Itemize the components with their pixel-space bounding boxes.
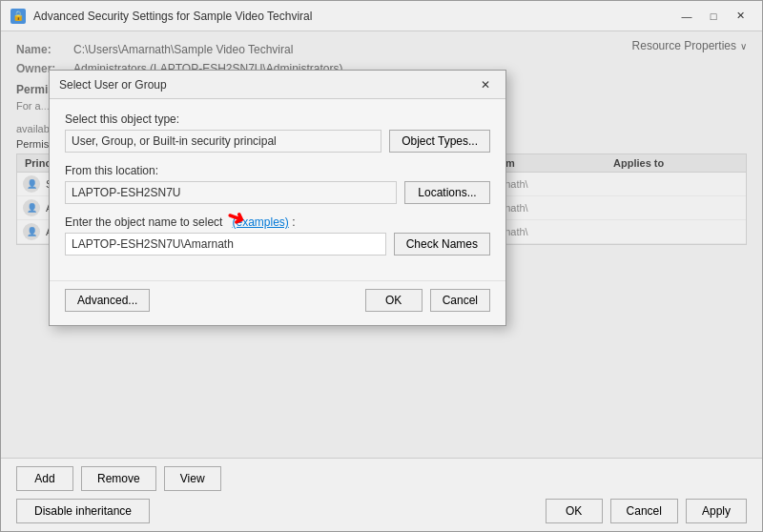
location-section: From this location: LAPTOP-ESH2SN7U Loca… <box>65 164 490 204</box>
main-window: 🔒 Advanced Security Settings for Sample … <box>0 0 763 532</box>
title-bar-controls: — □ ✕ <box>674 7 753 26</box>
advanced-button[interactable]: Advanced... <box>65 289 150 312</box>
window-icon: 🔒 <box>10 9 26 24</box>
select-user-dialog: Select User or Group ✕ Select this objec… <box>49 70 506 326</box>
minimize-button[interactable]: — <box>674 7 699 26</box>
dialog-overlay: Select User or Group ✕ Select this objec… <box>1 31 762 458</box>
object-name-input[interactable] <box>65 233 386 256</box>
object-types-button[interactable]: Object Types... <box>389 130 490 153</box>
dialog-close-button[interactable]: ✕ <box>475 76 496 93</box>
disable-inheritance-button[interactable]: Disable inheritance <box>16 499 150 523</box>
object-type-section: Select this object type: User, Group, or… <box>65 113 490 153</box>
main-action-buttons: Add Remove View <box>16 466 747 491</box>
dialog-title: Select User or Group <box>59 78 167 92</box>
dialog-cancel-button[interactable]: Cancel <box>430 289 490 312</box>
enter-name-row: Check Names ➜ <box>65 233 490 256</box>
dialog-title-bar: Select User or Group ✕ <box>50 71 505 99</box>
location-label: From this location: <box>65 164 490 177</box>
maximize-button[interactable]: □ <box>701 7 726 26</box>
object-type-row: User, Group, or Built-in security princi… <box>65 130 490 153</box>
object-type-label: Select this object type: <box>65 113 490 126</box>
close-button[interactable]: ✕ <box>728 7 753 26</box>
dialog-body: Select this object type: User, Group, or… <box>50 99 505 280</box>
location-row: LAPTOP-ESH2SN7U Locations... <box>65 181 490 204</box>
window-title: Advanced Security Settings for Sample Vi… <box>33 10 312 23</box>
title-bar: 🔒 Advanced Security Settings for Sample … <box>1 1 762 31</box>
view-button[interactable]: View <box>164 466 221 491</box>
check-names-button[interactable]: Check Names <box>394 233 490 256</box>
footer-row: Disable inheritance OK Cancel Apply <box>16 499 747 523</box>
enter-name-section: Enter the object name to select (example… <box>65 215 490 256</box>
locations-button[interactable]: Locations... <box>404 181 490 204</box>
ok-button[interactable]: OK <box>546 499 603 523</box>
content-area: Resource Properties ∨ Name: C:\Users\Ama… <box>1 31 762 458</box>
title-bar-left: 🔒 Advanced Security Settings for Sample … <box>10 9 312 24</box>
cancel-button[interactable]: Cancel <box>610 499 678 523</box>
object-type-value: User, Group, or Built-in security princi… <box>65 130 382 153</box>
add-button[interactable]: Add <box>16 466 73 491</box>
enter-name-label: Enter the object name to select (example… <box>65 215 490 229</box>
location-value: LAPTOP-ESH2SN7U <box>65 181 397 204</box>
main-footer-buttons: OK Cancel Apply <box>546 499 747 523</box>
dialog-footer: Advanced... OK Cancel <box>50 280 505 325</box>
dialog-ok-button[interactable]: OK <box>365 289 423 312</box>
dialog-footer-right: OK Cancel <box>365 289 490 312</box>
remove-button[interactable]: Remove <box>81 466 156 491</box>
apply-button[interactable]: Apply <box>686 499 747 523</box>
main-bottom: Add Remove View Disable inheritance OK C… <box>1 458 762 531</box>
